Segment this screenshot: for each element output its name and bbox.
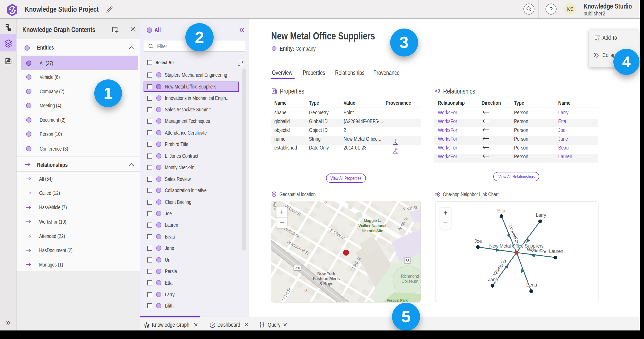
svg-text:New York: New York [317, 271, 335, 276]
svg-text:33: 33 [406, 259, 410, 263]
svg-text:& Boys: & Boys [319, 281, 333, 286]
svg-text:Festival Park: Festival Park [387, 298, 408, 302]
svg-text:Joe: Joe [474, 239, 482, 244]
svg-text:Maggie L.: Maggie L. [364, 218, 381, 223]
svg-text:Coliseum: Coliseum [402, 279, 418, 284]
svg-text:Larry: Larry [536, 212, 546, 218]
svg-text:?: ? [549, 6, 553, 13]
svg-text:Walker National: Walker National [358, 223, 386, 228]
svg-text:Historic Site: Historic Site [361, 228, 383, 233]
svg-text:Jane: Jane [488, 277, 498, 282]
svg-text:Fashion Mens: Fashion Mens [313, 276, 340, 281]
svg-text:250: 250 [295, 266, 300, 270]
svg-text:Beau: Beau [526, 282, 537, 288]
svg-text:Lauren: Lauren [549, 249, 563, 254]
svg-text:WorksFor: WorksFor [527, 247, 547, 255]
svg-text:Richmond: Richmond [401, 274, 419, 279]
svg-text:Etta: Etta [497, 208, 506, 213]
